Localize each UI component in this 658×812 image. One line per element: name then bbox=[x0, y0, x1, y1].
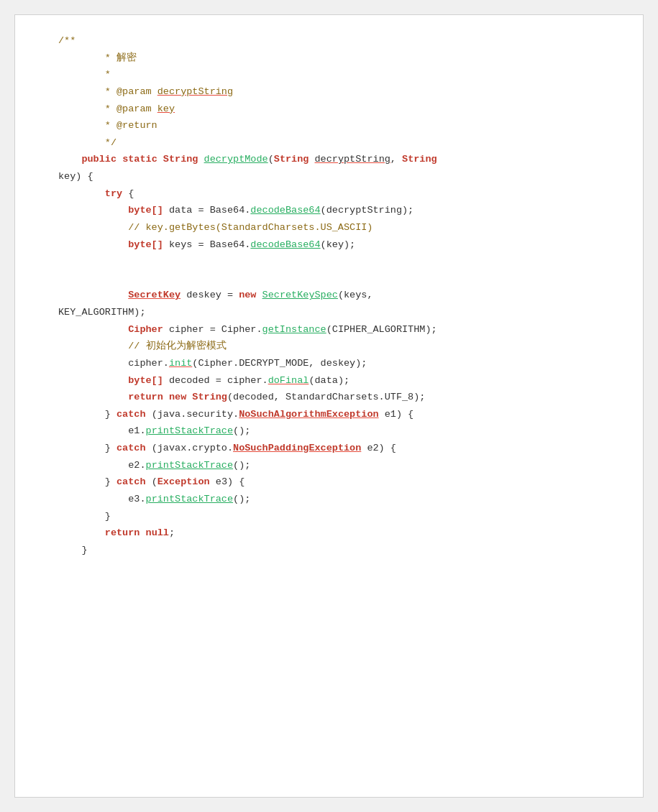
code-line-27: } bbox=[58, 508, 629, 525]
code-line-23: } catch (javax.crypto.NoSuchPaddingExcep… bbox=[58, 440, 629, 457]
code-line-1: /** bbox=[58, 32, 629, 50]
code-line-10: byte[] data = Base64.decodeBase64(decryp… bbox=[58, 202, 629, 219]
code-line-15b: KEY_ALGORITHM); bbox=[58, 304, 629, 321]
code-line-7: */ bbox=[58, 134, 629, 152]
code-line-16: Cipher cipher = Cipher.getInstance(CIPHE… bbox=[58, 321, 629, 338]
code-line-3: * bbox=[58, 66, 629, 83]
code-line-15: SecretKey deskey = new SecretKeySpec(key… bbox=[58, 287, 629, 304]
code-line-2: * 解密 bbox=[58, 50, 629, 67]
code-line-17: // 初始化为解密模式 bbox=[58, 338, 629, 355]
code-line-5: * @param key bbox=[58, 101, 629, 118]
code-line-6: * @return bbox=[58, 117, 629, 134]
code-line-8b: key) { bbox=[58, 168, 629, 185]
code-line-12: byte[] keys = Base64.decodeBase64(key); bbox=[58, 236, 629, 254]
code-line-22: e1.printStackTrace(); bbox=[58, 423, 629, 440]
code-line-28: return null; bbox=[58, 525, 629, 542]
code-line-8: public static String decryptMode(String … bbox=[58, 151, 629, 168]
code-line-21: } catch (java.security.NoSuchAlgorithmEx… bbox=[58, 406, 629, 423]
code-line-13 bbox=[58, 253, 629, 270]
code-line-29: } bbox=[58, 542, 629, 559]
code-line-25: } catch (Exception e3) { bbox=[58, 474, 629, 491]
code-line-26: e3.printStackTrace(); bbox=[58, 491, 629, 508]
code-line-24: e2.printStackTrace(); bbox=[58, 457, 629, 474]
code-line-11: // key.getBytes(StandardCharsets.US_ASCI… bbox=[58, 219, 629, 236]
code-block: /** * 解密 * * @param decryptString * @par… bbox=[14, 14, 644, 798]
code-line-19: byte[] decoded = cipher.doFinal(data); bbox=[58, 372, 629, 389]
code-line-18: cipher.init(Cipher.DECRYPT_MODE, deskey)… bbox=[58, 355, 629, 372]
code-line-9: try { bbox=[58, 185, 629, 203]
code-line-14 bbox=[58, 270, 629, 287]
code-line-4: * @param decryptString bbox=[58, 83, 629, 101]
code-line-20: return new String(decoded, StandardChars… bbox=[58, 389, 629, 406]
